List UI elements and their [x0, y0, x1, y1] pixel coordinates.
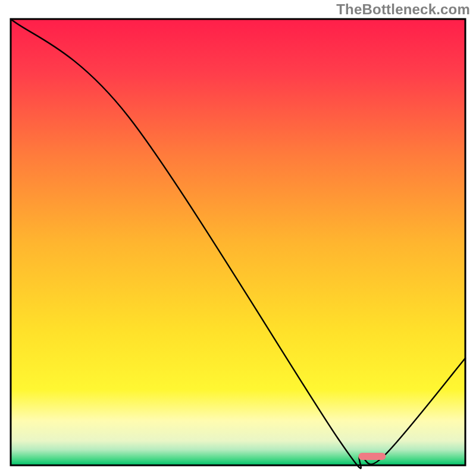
- optimum-marker: [358, 453, 386, 460]
- chart-container: TheBottleneck.com: [0, 0, 476, 476]
- bottleneck-chart: [0, 0, 476, 476]
- watermark-text: TheBottleneck.com: [336, 1, 470, 18]
- plot-gradient-area: [11, 19, 465, 465]
